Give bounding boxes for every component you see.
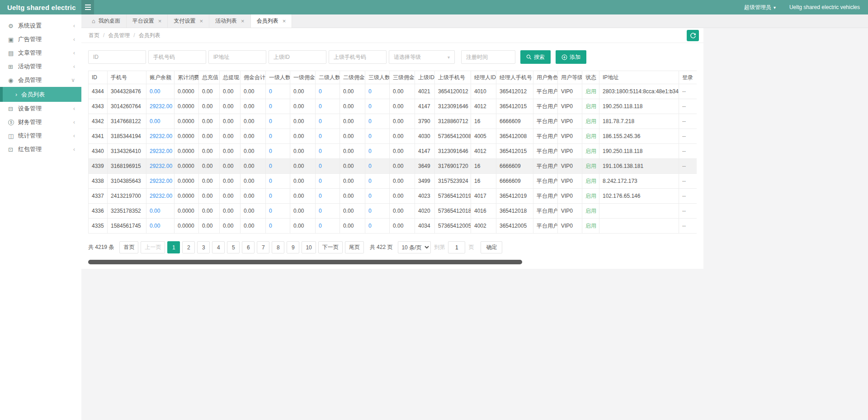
table-cell[interactable]: 启用 <box>582 189 599 204</box>
breadcrumb-item[interactable]: 会员列表 <box>139 32 160 39</box>
sidebar-item-ad-management[interactable]: ▣广告管理‹ <box>0 33 81 46</box>
table-cell[interactable]: 0 <box>316 204 340 219</box>
page-button-3[interactable]: 3 <box>197 241 210 253</box>
table-cell[interactable]: 0 <box>365 99 390 114</box>
sidebar-item-device-management[interactable]: ⊟设备管理‹ <box>0 102 81 115</box>
table-cell[interactable]: 29232.00 <box>146 129 175 144</box>
table-cell[interactable]: 0 <box>316 99 340 114</box>
filter-input-parent-id[interactable] <box>269 50 326 64</box>
page-button-1[interactable]: 1 <box>167 241 180 253</box>
table-cell[interactable]: 启用 <box>582 84 599 99</box>
first-page-button[interactable]: 首页 <box>119 241 138 253</box>
table-cell[interactable]: 启用 <box>582 159 599 174</box>
breadcrumb-item[interactable]: 会员管理 <box>108 32 130 39</box>
table-cell[interactable]: 0 <box>365 114 390 129</box>
page-button-6[interactable]: 6 <box>242 241 255 253</box>
table-cell[interactable]: 0 <box>365 204 390 219</box>
table-cell[interactable]: 0.00 <box>146 84 175 99</box>
scrollbar-thumb[interactable] <box>88 260 522 264</box>
table-cell[interactable]: 0.00 <box>146 219 175 234</box>
table-cell[interactable]: 0 <box>266 159 290 174</box>
page-button-5[interactable]: 5 <box>227 241 240 253</box>
table-cell[interactable]: 0 <box>316 114 340 129</box>
refresh-button[interactable] <box>687 30 699 41</box>
goto-page-input[interactable] <box>448 241 465 253</box>
table-cell[interactable]: 0 <box>316 144 340 159</box>
table-cell[interactable]: 29232.00 <box>146 159 175 174</box>
table-cell[interactable]: 启用 <box>582 174 599 189</box>
table-cell[interactable]: 0 <box>316 84 340 99</box>
table-cell[interactable]: 启用 <box>582 204 599 219</box>
last-page-button[interactable]: 尾页 <box>345 241 364 253</box>
table-cell[interactable]: 0 <box>365 144 390 159</box>
table-cell[interactable]: 启用 <box>582 99 599 114</box>
filter-input-id[interactable] <box>88 50 146 64</box>
table-cell[interactable]: 0 <box>266 219 290 234</box>
table-cell[interactable]: 29232.00 <box>146 174 175 189</box>
admin-role-dropdown[interactable]: 超级管理员 ▾ <box>744 4 776 11</box>
tab-activity-list[interactable]: 活动列表× <box>209 14 251 28</box>
table-cell[interactable]: 0 <box>365 84 390 99</box>
sidebar-item-activity-management[interactable]: ⊞活动管理‹ <box>0 60 81 73</box>
table-cell[interactable]: 0 <box>266 99 290 114</box>
page-button-4[interactable]: 4 <box>212 241 225 253</box>
close-icon[interactable]: × <box>158 18 162 24</box>
table-cell[interactable]: 0.00 <box>146 204 175 219</box>
table-cell[interactable]: 0 <box>365 189 390 204</box>
table-cell[interactable]: 0 <box>316 159 340 174</box>
search-button[interactable]: 搜索 <box>520 50 551 64</box>
sidebar-item-member-management[interactable]: ◉会员管理∨ <box>0 73 81 87</box>
table-cell[interactable]: 29232.00 <box>146 99 175 114</box>
page-size-select[interactable]: 10 条/页 <box>398 241 431 253</box>
page-button-8[interactable]: 8 <box>272 241 284 253</box>
prev-page-button[interactable]: 上一页 <box>141 241 165 253</box>
register-time-input[interactable] <box>461 50 515 64</box>
table-cell[interactable]: 0 <box>266 84 290 99</box>
table-cell[interactable]: 启用 <box>582 219 599 234</box>
add-button[interactable]: 添加 <box>556 50 586 64</box>
page-button-7[interactable]: 7 <box>257 241 269 253</box>
table-cell[interactable]: 0 <box>266 174 290 189</box>
tab-desktop[interactable]: ⌂我的桌面 <box>86 14 127 28</box>
table-cell[interactable]: 0 <box>266 129 290 144</box>
table-cell[interactable]: 0 <box>266 204 290 219</box>
sidebar-subitem-member-list[interactable]: ›会员列表 <box>0 87 81 102</box>
page-button-9[interactable]: 9 <box>287 241 299 253</box>
filter-input-parent-phone[interactable] <box>329 50 387 64</box>
table-cell[interactable]: 0 <box>266 189 290 204</box>
table-cell[interactable]: 29232.00 <box>146 144 175 159</box>
table-cell[interactable]: 0 <box>316 219 340 234</box>
filter-input-phone[interactable] <box>148 50 206 64</box>
sidebar-item-finance-management[interactable]: $财务管理‹ <box>0 115 81 129</box>
sidebar-item-stats-management[interactable]: ◫统计管理‹ <box>0 129 81 143</box>
table-cell[interactable]: 0 <box>316 189 340 204</box>
table-cell[interactable]: 0.00 <box>146 114 175 129</box>
table-cell[interactable]: 0 <box>365 129 390 144</box>
sidebar-item-redpacket-management[interactable]: ⊡红包管理‹ <box>0 143 81 156</box>
sidebar-item-article-management[interactable]: ▤文章管理‹ <box>0 46 81 60</box>
table-cell[interactable]: 0 <box>365 159 390 174</box>
table-cell[interactable]: 0 <box>316 129 340 144</box>
confirm-button[interactable]: 确定 <box>481 241 502 253</box>
table-cell[interactable]: 0 <box>266 114 290 129</box>
tab-member-list[interactable]: 会员列表× <box>251 14 292 28</box>
table-cell[interactable]: 启用 <box>582 114 599 129</box>
table-cell[interactable]: 0 <box>365 174 390 189</box>
table-cell[interactable]: 0 <box>266 144 290 159</box>
breadcrumb-item[interactable]: 首页 <box>89 32 99 39</box>
next-page-button[interactable]: 下一页 <box>318 241 343 253</box>
table-cell[interactable]: 0 <box>316 174 340 189</box>
table-cell[interactable]: 启用 <box>582 129 599 144</box>
close-icon[interactable]: × <box>241 18 245 24</box>
level-select[interactable]: 请选择等级 ▾ <box>389 50 455 64</box>
close-icon[interactable]: × <box>283 18 286 24</box>
menu-toggle-button[interactable] <box>81 0 94 14</box>
sidebar-item-system-settings[interactable]: ⚙系统设置‹ <box>0 19 81 33</box>
tab-payment-settings[interactable]: 支付设置× <box>168 14 209 28</box>
tab-platform-settings[interactable]: 平台设置× <box>127 14 168 28</box>
page-button-10[interactable]: 10 <box>302 241 316 253</box>
close-icon[interactable]: × <box>199 18 203 24</box>
page-button-2[interactable]: 2 <box>182 241 195 253</box>
table-cell[interactable]: 启用 <box>582 144 599 159</box>
table-cell[interactable]: 0 <box>365 219 390 234</box>
